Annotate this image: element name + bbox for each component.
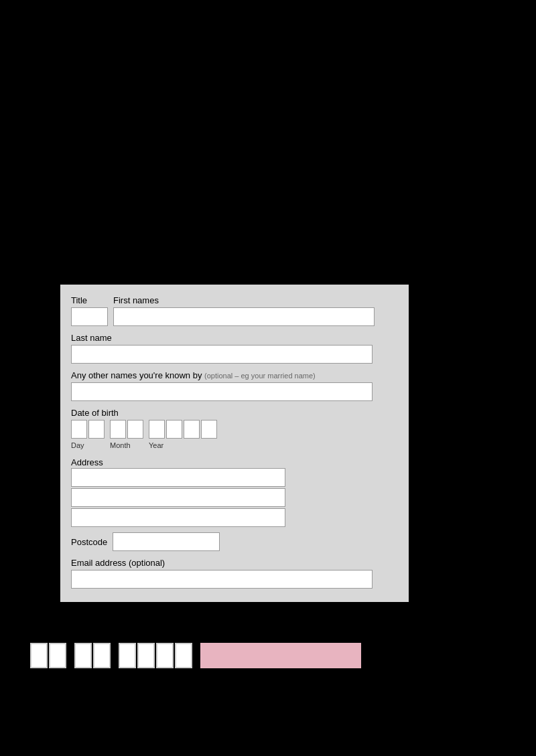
- dob-month-label: Month: [110, 441, 131, 449]
- bottom-day-boxes: [30, 643, 66, 668]
- title-input[interactable]: [71, 307, 108, 326]
- dob-day-input-1[interactable]: [71, 420, 87, 439]
- firstname-label: First names: [113, 295, 375, 305]
- address-section: Address Postcode: [71, 456, 398, 551]
- dob-month-boxes: [110, 420, 143, 439]
- dob-month-input-2[interactable]: [127, 420, 143, 439]
- firstname-input[interactable]: [113, 307, 375, 326]
- dob-year-input-1[interactable]: [149, 420, 165, 439]
- dob-month-unit: Month: [110, 420, 143, 449]
- lastname-input[interactable]: [71, 345, 373, 364]
- dob-year-input-2[interactable]: [166, 420, 182, 439]
- dob-year-input-3[interactable]: [184, 420, 200, 439]
- email-section: Email address (optional): [71, 558, 398, 589]
- dob-fields: Day Month: [71, 420, 398, 449]
- title-group: Title: [71, 295, 108, 326]
- bottom-year-input-4[interactable]: [175, 643, 192, 668]
- address-inputs: [71, 468, 398, 527]
- address-label: Address: [71, 457, 103, 467]
- bottom-section: [30, 643, 361, 668]
- dob-month-input-1[interactable]: [110, 420, 126, 439]
- address-line-3-input[interactable]: [71, 508, 285, 527]
- dob-label: Date of birth: [71, 408, 398, 418]
- bottom-day-input-1[interactable]: [30, 643, 48, 668]
- dob-day-boxes: [71, 420, 105, 439]
- address-line-1-input[interactable]: [71, 468, 285, 487]
- firstname-group: First names: [113, 295, 375, 326]
- top-section: [0, 0, 536, 285]
- dob-year-label: Year: [149, 441, 163, 449]
- dob-group: Date of birth Day Month: [71, 408, 398, 449]
- bottom-month-input-1[interactable]: [74, 643, 92, 668]
- name-row: Title First names: [71, 295, 398, 326]
- bottom-month-input-2[interactable]: [93, 643, 111, 668]
- bottom-year-input-2[interactable]: [137, 643, 155, 668]
- title-label: Title: [71, 295, 108, 305]
- bottom-year-boxes: [119, 643, 192, 668]
- bottom-year-input-1[interactable]: [119, 643, 136, 668]
- othername-label: Any other names you're known by (optiona…: [71, 370, 398, 380]
- postcode-row: Postcode: [71, 532, 398, 551]
- othername-optional: (optional – eg your married name): [204, 372, 316, 380]
- email-label: Email address (optional): [71, 558, 398, 568]
- postcode-label: Postcode: [71, 537, 107, 547]
- dob-year-input-4[interactable]: [201, 420, 217, 439]
- dob-day-unit: Day: [71, 420, 105, 449]
- othername-group: Any other names you're known by (optiona…: [71, 370, 398, 401]
- othername-input[interactable]: [71, 382, 373, 401]
- othername-row: Any other names you're known by (optiona…: [71, 370, 398, 401]
- bottom-month-boxes: [74, 643, 111, 668]
- dob-year-boxes: [149, 420, 217, 439]
- lastname-group: Last name: [71, 333, 398, 364]
- address-line-2-input[interactable]: [71, 488, 285, 507]
- form-section: Title First names Last name Any other na…: [60, 285, 409, 602]
- dob-year-unit: Year: [149, 420, 217, 449]
- dob-day-input-2[interactable]: [88, 420, 105, 439]
- bottom-day-input-2[interactable]: [49, 643, 66, 668]
- lastname-row: Last name: [71, 333, 398, 364]
- dob-day-label: Day: [71, 441, 84, 449]
- lastname-label: Last name: [71, 333, 398, 343]
- postcode-input[interactable]: [113, 532, 220, 551]
- page-wrapper: Title First names Last name Any other na…: [0, 0, 536, 756]
- email-input[interactable]: [71, 570, 373, 589]
- email-group: Email address (optional): [71, 558, 398, 589]
- bottom-year-input-3[interactable]: [156, 643, 174, 668]
- bottom-pink-input[interactable]: [200, 643, 361, 668]
